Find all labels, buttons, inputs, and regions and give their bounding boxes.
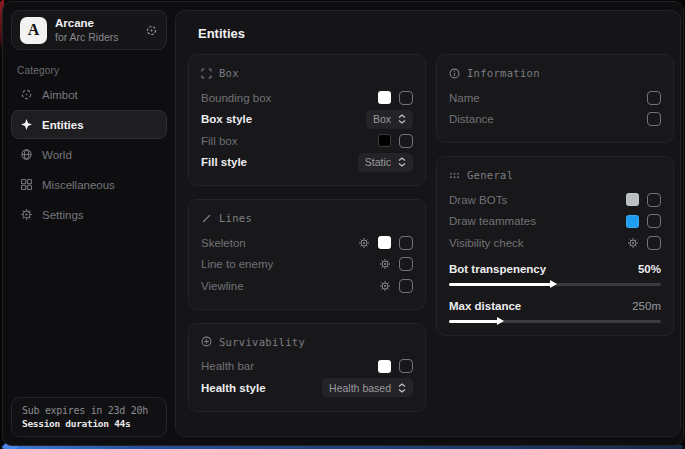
sidebar-item-label: Entities — [42, 119, 84, 131]
app-subtitle: for Arc Riders — [55, 31, 137, 43]
sidebar-item-label: Aimbot — [42, 89, 78, 101]
slider-value: 50% — [638, 263, 661, 275]
setting-row-name: Name — [449, 87, 661, 109]
setting-row-distance: Distance — [449, 109, 661, 131]
checkbox[interactable] — [399, 236, 413, 250]
sidebar-item-aimbot[interactable]: Aimbot — [11, 80, 167, 109]
box-style-dropdown[interactable]: Box — [366, 110, 413, 129]
page-title: Entities — [198, 26, 674, 41]
sidebar: A Arcane for Arc Riders Category Aimbot — [3, 2, 175, 445]
main-content: Entities Box Bounding box — [175, 10, 681, 437]
checkbox[interactable] — [399, 134, 413, 148]
color-swatch[interactable] — [378, 236, 391, 249]
checkbox[interactable] — [399, 359, 413, 373]
app-title: Arcane — [55, 17, 137, 30]
panel-title: General — [467, 169, 513, 181]
slider-track[interactable] — [449, 283, 661, 286]
health-cross-icon — [201, 336, 212, 347]
row-settings-gear-icon[interactable] — [379, 280, 391, 292]
session-duration-text: Session duration 44s — [22, 418, 156, 429]
subscription-info-card: Sub expires in 23d 20h Session duration … — [11, 397, 167, 437]
sidebar-nav: Aimbot Entities World — [11, 80, 167, 229]
scope-icon[interactable] — [145, 24, 158, 37]
setting-label: Health style — [201, 382, 322, 394]
setting-row-skeleton: Skeleton — [201, 232, 413, 254]
panel-title: Information — [467, 67, 540, 79]
checkbox[interactable] — [647, 112, 661, 126]
checkbox[interactable] — [647, 193, 661, 207]
setting-row-bounding-box: Bounding box — [201, 87, 413, 109]
dropdown-value: Health based — [329, 382, 391, 394]
checkbox[interactable] — [399, 279, 413, 293]
color-swatch[interactable] — [378, 134, 391, 147]
slider-track[interactable] — [449, 320, 661, 323]
color-swatch[interactable] — [378, 91, 391, 104]
panel-box: Box Bounding box Box style Box — [188, 54, 426, 186]
color-swatch[interactable] — [626, 215, 639, 228]
setting-label: Fill style — [201, 156, 358, 168]
setting-row-visibility-check: Visibility check — [449, 232, 661, 254]
setting-label: Bounding box — [201, 92, 378, 104]
row-settings-gear-icon[interactable] — [627, 237, 639, 249]
setting-label: Draw teammates — [449, 215, 626, 227]
slider-thumb[interactable] — [497, 317, 504, 325]
setting-label: Viewline — [201, 280, 379, 292]
dots-grid-icon — [449, 170, 460, 181]
sidebar-item-settings[interactable]: Settings — [11, 200, 167, 229]
crosshair-icon — [20, 88, 33, 101]
unfold-icon — [398, 383, 406, 393]
panel-general: General Draw BOTs Draw teammates — [436, 156, 674, 336]
checkbox[interactable] — [399, 257, 413, 271]
left-column: Box Bounding box Box style Box — [188, 54, 426, 412]
setting-row-health-bar: Health bar — [201, 356, 413, 378]
setting-label: Distance — [449, 113, 647, 125]
dropdown-value: Box — [373, 113, 391, 125]
setting-label: Visibility check — [449, 237, 627, 249]
checkbox[interactable] — [399, 91, 413, 105]
sidebar-item-label: Settings — [42, 209, 84, 221]
setting-label: Skeleton — [201, 237, 358, 249]
app-window: A Arcane for Arc Riders Category Aimbot — [2, 1, 684, 446]
setting-row-draw-teammates: Draw teammates — [449, 211, 661, 233]
sidebar-item-entities[interactable]: Entities — [11, 110, 167, 139]
row-settings-gear-icon[interactable] — [379, 258, 391, 270]
sub-expiry-text: Sub expires in 23d 20h — [22, 405, 156, 416]
checkbox[interactable] — [647, 91, 661, 105]
app-logo: A — [20, 17, 47, 44]
line-icon — [201, 213, 212, 224]
setting-row-box-style: Box style Box — [201, 109, 413, 131]
color-swatch[interactable] — [378, 360, 391, 373]
setting-row-line-to-enemy: Line to enemy — [201, 254, 413, 276]
sidebar-item-miscellaneous[interactable]: Miscellaneous — [11, 170, 167, 199]
dropdown-value: Static — [365, 156, 391, 168]
setting-row-fill-box: Fill box — [201, 130, 413, 152]
sidebar-item-world[interactable]: World — [11, 140, 167, 169]
brand-text: Arcane for Arc Riders — [55, 17, 137, 42]
slider-thumb[interactable] — [550, 280, 557, 288]
health-style-dropdown[interactable]: Health based — [322, 378, 413, 397]
panel-title: Survivability — [219, 336, 305, 348]
setting-row-fill-style: Fill style Static — [201, 152, 413, 174]
color-swatch[interactable] — [626, 193, 639, 206]
panel-title: Lines — [219, 212, 252, 224]
globe-icon — [20, 148, 33, 161]
setting-row-draw-bots: Draw BOTs — [449, 189, 661, 211]
unfold-icon — [398, 114, 406, 124]
checkbox[interactable] — [647, 236, 661, 250]
gear-icon — [20, 208, 33, 221]
slider-max-distance: Max distance 250m — [449, 297, 661, 323]
box-corners-icon — [201, 68, 212, 79]
setting-row-viewline: Viewline — [201, 275, 413, 297]
fill-style-dropdown[interactable]: Static — [358, 153, 413, 172]
sidebar-item-label: World — [42, 149, 72, 161]
slider-label: Max distance — [449, 300, 632, 312]
unfold-icon — [398, 157, 406, 167]
setting-label: Health bar — [201, 360, 378, 372]
slider-value: 250m — [632, 300, 661, 312]
setting-label: Box style — [201, 113, 366, 125]
checkbox[interactable] — [647, 214, 661, 228]
panel-title: Box — [219, 67, 239, 79]
row-settings-gear-icon[interactable] — [358, 237, 370, 249]
setting-label: Draw BOTs — [449, 194, 626, 206]
setting-label: Name — [449, 92, 647, 104]
